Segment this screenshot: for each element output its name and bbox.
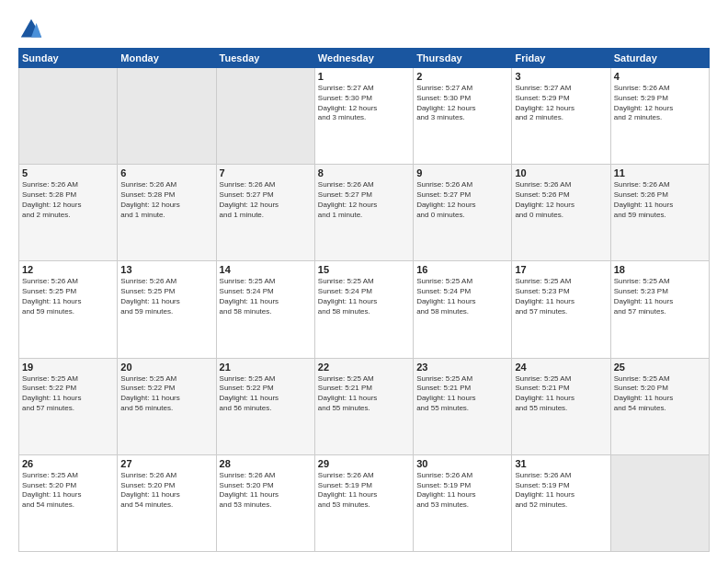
logo	[18, 17, 48, 42]
day-info: Sunrise: 5:26 AM Sunset: 5:29 PM Dayligh…	[614, 84, 706, 123]
day-cell: 14Sunrise: 5:25 AM Sunset: 5:24 PM Dayli…	[216, 261, 314, 358]
day-cell: 25Sunrise: 5:25 AM Sunset: 5:20 PM Dayli…	[610, 358, 709, 454]
week-row-5: 26Sunrise: 5:25 AM Sunset: 5:20 PM Dayli…	[19, 454, 710, 551]
weekday-header-row: SundayMondayTuesdayWednesdayThursdayFrid…	[19, 49, 710, 68]
day-info: Sunrise: 5:25 AM Sunset: 5:22 PM Dayligh…	[22, 374, 114, 414]
page: SundayMondayTuesdayWednesdayThursdayFrid…	[0, 0, 728, 563]
day-cell: 2Sunrise: 5:27 AM Sunset: 5:30 PM Daylig…	[414, 68, 512, 165]
day-info: Sunrise: 5:25 AM Sunset: 5:23 PM Dayligh…	[614, 277, 706, 316]
day-info: Sunrise: 5:26 AM Sunset: 5:27 PM Dayligh…	[220, 180, 312, 220]
day-info: Sunrise: 5:25 AM Sunset: 5:22 PM Dayligh…	[220, 374, 312, 414]
day-cell: 1Sunrise: 5:27 AM Sunset: 5:30 PM Daylig…	[314, 68, 413, 165]
day-cell: 8Sunrise: 5:26 AM Sunset: 5:27 PM Daylig…	[314, 165, 413, 261]
day-info: Sunrise: 5:25 AM Sunset: 5:22 PM Dayligh…	[120, 374, 212, 414]
day-number: 12	[22, 264, 114, 275]
day-info: Sunrise: 5:27 AM Sunset: 5:29 PM Dayligh…	[515, 84, 607, 123]
day-number: 11	[614, 167, 706, 178]
day-cell: 15Sunrise: 5:25 AM Sunset: 5:24 PM Dayli…	[314, 261, 413, 358]
day-info: Sunrise: 5:26 AM Sunset: 5:25 PM Dayligh…	[22, 277, 114, 316]
day-number: 6	[120, 167, 212, 178]
day-number: 9	[416, 167, 508, 178]
day-cell: 24Sunrise: 5:25 AM Sunset: 5:21 PM Dayli…	[512, 358, 610, 454]
day-number: 22	[318, 362, 410, 373]
day-cell: 29Sunrise: 5:26 AM Sunset: 5:19 PM Dayli…	[314, 454, 413, 551]
day-cell	[19, 68, 118, 165]
day-cell: 28Sunrise: 5:26 AM Sunset: 5:20 PM Dayli…	[216, 454, 314, 551]
day-info: Sunrise: 5:26 AM Sunset: 5:27 PM Dayligh…	[416, 180, 508, 220]
day-info: Sunrise: 5:26 AM Sunset: 5:19 PM Dayligh…	[515, 471, 607, 511]
day-info: Sunrise: 5:25 AM Sunset: 5:20 PM Dayligh…	[614, 374, 706, 414]
day-info: Sunrise: 5:25 AM Sunset: 5:21 PM Dayligh…	[515, 374, 607, 414]
day-cell	[118, 68, 216, 165]
day-number: 15	[318, 264, 410, 275]
day-cell: 7Sunrise: 5:26 AM Sunset: 5:27 PM Daylig…	[216, 165, 314, 261]
day-number: 1	[318, 71, 410, 82]
day-cell: 26Sunrise: 5:25 AM Sunset: 5:20 PM Dayli…	[19, 454, 118, 551]
weekday-wednesday: Wednesday	[314, 49, 413, 68]
weekday-friday: Friday	[512, 49, 610, 68]
day-cell: 4Sunrise: 5:26 AM Sunset: 5:29 PM Daylig…	[610, 68, 709, 165]
day-number: 10	[515, 167, 607, 178]
day-info: Sunrise: 5:25 AM Sunset: 5:23 PM Dayligh…	[515, 277, 607, 316]
logo-icon	[18, 17, 44, 42]
day-number: 8	[318, 167, 410, 178]
week-row-4: 19Sunrise: 5:25 AM Sunset: 5:22 PM Dayli…	[19, 358, 710, 454]
day-cell: 6Sunrise: 5:26 AM Sunset: 5:28 PM Daylig…	[118, 165, 216, 261]
day-number: 20	[120, 362, 212, 373]
weekday-saturday: Saturday	[610, 49, 709, 68]
day-number: 21	[220, 362, 312, 373]
day-number: 19	[22, 362, 114, 373]
day-number: 16	[416, 264, 508, 275]
day-info: Sunrise: 5:27 AM Sunset: 5:30 PM Dayligh…	[416, 84, 508, 123]
day-info: Sunrise: 5:26 AM Sunset: 5:19 PM Dayligh…	[318, 471, 410, 511]
day-info: Sunrise: 5:25 AM Sunset: 5:24 PM Dayligh…	[220, 277, 312, 316]
day-number: 14	[220, 264, 312, 275]
day-cell: 21Sunrise: 5:25 AM Sunset: 5:22 PM Dayli…	[216, 358, 314, 454]
day-number: 28	[220, 458, 312, 469]
day-info: Sunrise: 5:26 AM Sunset: 5:20 PM Dayligh…	[220, 471, 312, 511]
day-info: Sunrise: 5:25 AM Sunset: 5:21 PM Dayligh…	[318, 374, 410, 414]
day-cell: 12Sunrise: 5:26 AM Sunset: 5:25 PM Dayli…	[19, 261, 118, 358]
week-row-2: 5Sunrise: 5:26 AM Sunset: 5:28 PM Daylig…	[19, 165, 710, 261]
day-info: Sunrise: 5:26 AM Sunset: 5:20 PM Dayligh…	[120, 471, 212, 511]
day-number: 25	[614, 362, 706, 373]
day-number: 18	[614, 264, 706, 275]
calendar-table: SundayMondayTuesdayWednesdayThursdayFrid…	[18, 48, 710, 552]
day-number: 4	[614, 71, 706, 82]
day-number: 7	[220, 167, 312, 178]
day-info: Sunrise: 5:25 AM Sunset: 5:21 PM Dayligh…	[416, 374, 508, 414]
weekday-monday: Monday	[118, 49, 216, 68]
day-info: Sunrise: 5:26 AM Sunset: 5:19 PM Dayligh…	[416, 471, 508, 511]
day-info: Sunrise: 5:27 AM Sunset: 5:30 PM Dayligh…	[318, 84, 410, 123]
day-number: 24	[515, 362, 607, 373]
day-number: 3	[515, 71, 607, 82]
week-row-1: 1Sunrise: 5:27 AM Sunset: 5:30 PM Daylig…	[19, 68, 710, 165]
day-cell	[610, 454, 709, 551]
day-info: Sunrise: 5:26 AM Sunset: 5:28 PM Dayligh…	[120, 180, 212, 220]
day-cell: 16Sunrise: 5:25 AM Sunset: 5:24 PM Dayli…	[414, 261, 512, 358]
day-cell: 11Sunrise: 5:26 AM Sunset: 5:26 PM Dayli…	[610, 165, 709, 261]
weekday-thursday: Thursday	[414, 49, 512, 68]
day-cell: 20Sunrise: 5:25 AM Sunset: 5:22 PM Dayli…	[118, 358, 216, 454]
day-info: Sunrise: 5:26 AM Sunset: 5:26 PM Dayligh…	[614, 180, 706, 220]
day-cell: 5Sunrise: 5:26 AM Sunset: 5:28 PM Daylig…	[19, 165, 118, 261]
day-info: Sunrise: 5:26 AM Sunset: 5:28 PM Dayligh…	[22, 180, 114, 220]
day-cell: 9Sunrise: 5:26 AM Sunset: 5:27 PM Daylig…	[414, 165, 512, 261]
day-info: Sunrise: 5:26 AM Sunset: 5:25 PM Dayligh…	[120, 277, 212, 316]
day-cell: 10Sunrise: 5:26 AM Sunset: 5:26 PM Dayli…	[512, 165, 610, 261]
day-cell: 19Sunrise: 5:25 AM Sunset: 5:22 PM Dayli…	[19, 358, 118, 454]
day-number: 27	[120, 458, 212, 469]
day-number: 17	[515, 264, 607, 275]
day-number: 26	[22, 458, 114, 469]
day-cell: 22Sunrise: 5:25 AM Sunset: 5:21 PM Dayli…	[314, 358, 413, 454]
day-cell	[216, 68, 314, 165]
day-number: 23	[416, 362, 508, 373]
day-cell: 18Sunrise: 5:25 AM Sunset: 5:23 PM Dayli…	[610, 261, 709, 358]
day-info: Sunrise: 5:25 AM Sunset: 5:24 PM Dayligh…	[318, 277, 410, 316]
day-number: 2	[416, 71, 508, 82]
day-cell: 3Sunrise: 5:27 AM Sunset: 5:29 PM Daylig…	[512, 68, 610, 165]
day-number: 29	[318, 458, 410, 469]
day-info: Sunrise: 5:25 AM Sunset: 5:20 PM Dayligh…	[22, 471, 114, 511]
day-number: 5	[22, 167, 114, 178]
day-cell: 27Sunrise: 5:26 AM Sunset: 5:20 PM Dayli…	[118, 454, 216, 551]
